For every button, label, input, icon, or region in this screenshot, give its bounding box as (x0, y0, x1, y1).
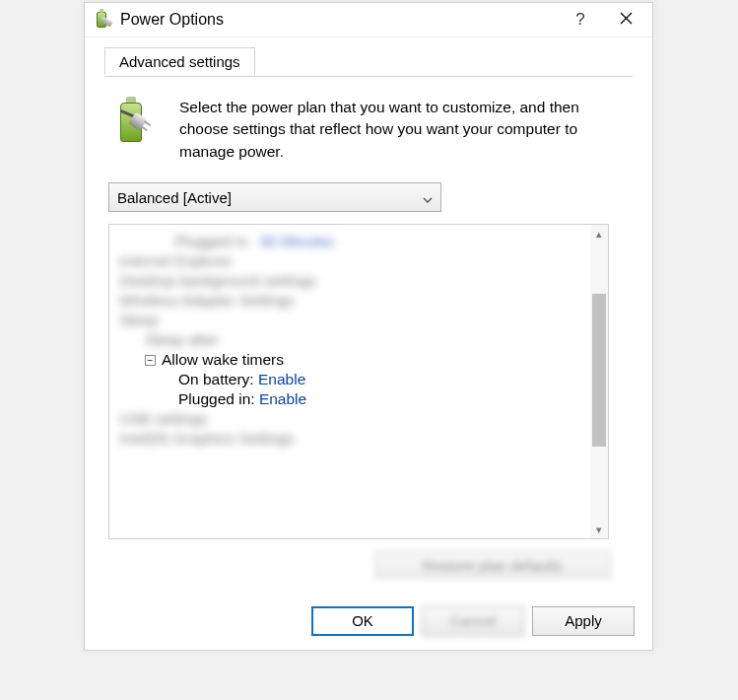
scroll-down-icon[interactable]: ▾ (590, 521, 608, 538)
tree-item-blurred: Sleep after (119, 331, 582, 349)
dialog-power-options: Power Options ? Advanced settings Select… (84, 2, 653, 651)
power-plan-dropdown[interactable]: Balanced [Active] (108, 182, 441, 212)
setting-label: Plugged in: (178, 390, 255, 407)
tree-item-blurred: Sleep (119, 312, 582, 329)
tree-item-blurred: Desktop background settings (119, 272, 582, 290)
dialog-buttons: OK Cancel Apply (85, 579, 652, 636)
scroll-up-icon[interactable]: ▴ (590, 225, 608, 243)
chevron-down-icon (423, 189, 433, 206)
intro-text: Select the power plan that you want to c… (179, 97, 623, 163)
apply-button[interactable]: Apply (532, 606, 635, 636)
collapse-icon[interactable]: − (145, 355, 156, 366)
scrollbar-vertical[interactable]: ▴ ▾ (590, 225, 608, 538)
tree-item-allow-wake-timers[interactable]: −Allow wake timers (119, 351, 582, 369)
help-button[interactable]: ? (558, 10, 603, 30)
setting-value[interactable]: Enable (259, 390, 306, 407)
tree-item-plugged-in[interactable]: Plugged in: Enable (119, 390, 582, 408)
tab-advanced-settings[interactable]: Advanced settings (104, 47, 255, 75)
restore-plan-defaults-button[interactable]: Restore plan defaults (374, 551, 611, 579)
close-icon (620, 12, 633, 25)
tree-item-on-battery[interactable]: On battery: Enable (119, 371, 582, 388)
setting-value[interactable]: Enable (258, 371, 305, 387)
tree-item-blurred: Wireless Adapter Settings (119, 292, 582, 310)
setting-label: On battery: (178, 371, 254, 387)
settings-tree: Plugged in: 30 Minutes Internet Explorer… (108, 224, 609, 539)
power-plan-icon (114, 97, 164, 148)
tree-item-blurred: USB settings (119, 410, 582, 428)
scroll-thumb[interactable] (592, 294, 606, 447)
close-button[interactable] (603, 10, 648, 30)
title-bar: Power Options ? (85, 3, 652, 37)
tab-strip: Advanced settings (104, 47, 633, 77)
window-title: Power Options (114, 11, 558, 29)
tree-item-blurred: Plugged in: 30 Minutes (119, 233, 582, 250)
dropdown-selected-value: Balanced [Active] (117, 189, 232, 206)
tree-item-blurred: Internet Explorer (119, 252, 582, 270)
cancel-button[interactable]: Cancel (422, 606, 524, 636)
power-icon (95, 9, 114, 31)
tree-item-label: Allow wake timers (162, 351, 284, 368)
tree-item-blurred: Intel(R) Graphics Settings (119, 430, 582, 448)
ok-button[interactable]: OK (311, 606, 414, 636)
intro-section: Select the power plan that you want to c… (114, 97, 623, 163)
